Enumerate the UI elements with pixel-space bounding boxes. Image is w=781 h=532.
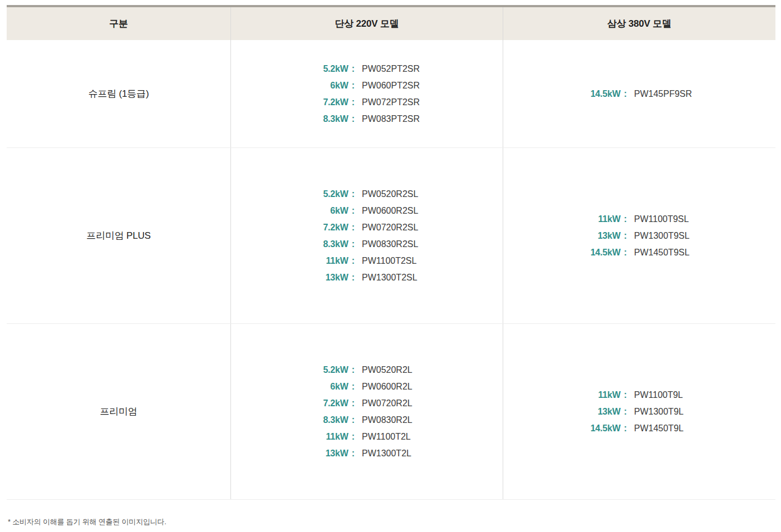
table-row: 슈프림 (1등급)5.2kWPW052PT2SR6kWPW060PT2SR7.2… [7,40,775,147]
model-spec-line: 14.5kWPW1450T9L [503,420,775,437]
models-220v-cell: 5.2kWPW052PT2SR6kWPW060PT2SR7.2kWPW072PT… [230,40,503,147]
capacity-label: 13kW [503,403,627,420]
header-220v-model: 단상 220V 모델 [230,7,503,40]
capacity-label: 14.5kW [503,420,627,437]
table-row: 프리미엄5.2kWPW0520R2L6kWPW0600R2L7.2kWPW072… [7,323,775,499]
model-spec-line: 14.5kWPW1450T9SL [503,244,775,261]
model-code: PW083PT2SR [362,111,503,127]
model-code: PW1450T9L [634,420,775,437]
model-spec-line: 6kWPW060PT2SR [231,77,503,94]
models-380v-cell: 14.5kWPW145PF9SR [503,40,775,147]
category-cell: 프리미엄 [7,324,230,499]
model-code: PW0720R2L [362,395,503,412]
model-spec-line: 11kWPW1100T9L [503,387,775,403]
capacity-label: 11kW [503,387,627,403]
capacity-label: 8.3kW [231,111,355,127]
category-label: 프리미엄 PLUS [86,229,150,242]
model-spec-line: 5.2kWPW052PT2SR [231,61,503,77]
capacity-label: 11kW [503,211,627,228]
model-spec-line: 11kWPW1100T2SL [231,253,503,269]
model-code: PW1100T2SL [362,253,503,269]
model-code: PW0600R2SL [362,203,503,219]
capacity-label: 5.2kW [231,362,355,378]
table-body: 슈프림 (1등급)5.2kWPW052PT2SR6kWPW060PT2SR7.2… [7,40,775,499]
model-spec-line: 8.3kWPW083PT2SR [231,111,503,127]
model-spec-line: 6kWPW0600R2L [231,378,503,395]
model-code: PW1300T9SL [634,228,775,244]
capacity-label: 6kW [231,378,355,395]
category-cell: 프리미엄 PLUS [7,148,230,323]
model-spec-line: 13kWPW1300T9SL [503,228,775,244]
table-header-row: 구분 단상 220V 모델 삼상 380V 모델 [7,7,775,40]
capacity-label: 11kW [231,428,355,445]
model-code: PW0830R2SL [362,236,503,253]
capacity-label: 13kW [231,445,355,462]
model-spec-line: 8.3kWPW0830R2SL [231,236,503,253]
model-spec-line: 13kWPW1300T2SL [231,269,503,286]
models-380v-cell: 11kWPW1100T9SL13kWPW1300T9SL14.5kWPW1450… [503,148,775,323]
model-code: PW0600R2L [362,378,503,395]
category-label: 프리미엄 [100,405,137,418]
model-spec-line: 8.3kWPW0830R2L [231,412,503,428]
capacity-label: 11kW [231,253,355,269]
model-spec-line: 6kWPW0600R2SL [231,203,503,219]
capacity-label: 5.2kW [231,61,355,77]
capacity-label: 13kW [503,228,627,244]
model-code: PW1300T2L [362,445,503,462]
model-code: PW060PT2SR [362,77,503,94]
capacity-label: 6kW [231,203,355,219]
model-code: PW0520R2L [362,362,503,378]
model-spec-line: 5.2kWPW0520R2L [231,362,503,378]
table-row: 프리미엄 PLUS5.2kWPW0520R2SL6kWPW0600R2SL7.2… [7,147,775,323]
header-380v-model: 삼상 380V 모델 [503,7,775,40]
model-code: PW1100T9SL [634,211,775,228]
models-220v-cell: 5.2kWPW0520R2L6kWPW0600R2L7.2kWPW0720R2L… [230,324,503,499]
capacity-label: 8.3kW [231,412,355,428]
models-380v-cell: 11kWPW1100T9L13kWPW1300T9L14.5kWPW1450T9… [503,324,775,499]
model-spec-line: 13kWPW1300T2L [231,445,503,462]
model-code: PW072PT2SR [362,94,503,111]
capacity-label: 6kW [231,77,355,94]
footnote-text: * 소비자의 이해를 돕기 위해 연출된 이미지입니다. [8,517,781,527]
model-spec-line: 7.2kWPW072PT2SR [231,94,503,111]
capacity-label: 14.5kW [503,244,627,261]
category-label: 슈프림 (1등급) [89,87,149,100]
capacity-label: 7.2kW [231,395,355,412]
model-code: PW0830R2L [362,412,503,428]
model-spec-line: 5.2kWPW0520R2SL [231,186,503,203]
model-code: PW0520R2SL [362,186,503,203]
models-220v-cell: 5.2kWPW0520R2SL6kWPW0600R2SL7.2kWPW0720R… [230,148,503,323]
category-cell: 슈프림 (1등급) [7,40,230,147]
capacity-label: 13kW [231,269,355,286]
model-code: PW1100T9L [634,387,775,403]
capacity-label: 8.3kW [231,236,355,253]
model-spec-table: 구분 단상 220V 모델 삼상 380V 모델 슈프림 (1등급)5.2kWP… [7,5,775,500]
model-spec-line: 11kWPW1100T9SL [503,211,775,228]
model-code: PW1450T9SL [634,244,775,261]
model-code: PW145PF9SR [634,86,775,102]
capacity-label: 5.2kW [231,186,355,203]
model-code: PW0720R2SL [362,219,503,236]
model-spec-line: 7.2kWPW0720R2L [231,395,503,412]
header-category: 구분 [7,7,230,40]
model-code: PW052PT2SR [362,61,503,77]
model-code: PW1100T2L [362,428,503,445]
model-spec-line: 11kWPW1100T2L [231,428,503,445]
capacity-label: 7.2kW [231,94,355,111]
model-code: PW1300T2SL [362,269,503,286]
capacity-label: 14.5kW [503,86,627,102]
model-spec-line: 7.2kWPW0720R2SL [231,219,503,236]
capacity-label: 7.2kW [231,219,355,236]
model-code: PW1300T9L [634,403,775,420]
model-spec-line: 13kWPW1300T9L [503,403,775,420]
model-spec-line: 14.5kWPW145PF9SR [503,86,775,102]
